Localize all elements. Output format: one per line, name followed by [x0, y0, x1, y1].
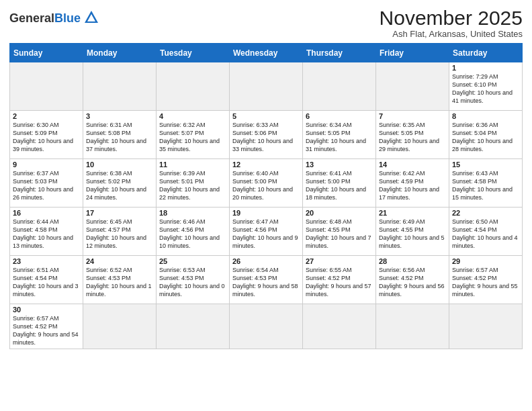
table-row: 9Sunrise: 6:37 AM Sunset: 5:03 PM Daylig… — [10, 159, 83, 208]
table-row: 13Sunrise: 6:41 AM Sunset: 5:00 PM Dayli… — [303, 159, 376, 208]
day-info: Sunrise: 6:54 AM Sunset: 4:53 PM Dayligh… — [232, 266, 300, 299]
day-info: Sunrise: 6:40 AM Sunset: 5:00 PM Dayligh… — [232, 169, 300, 202]
day-number: 18 — [159, 209, 226, 217]
day-number: 25 — [159, 257, 226, 265]
table-row — [83, 304, 157, 349]
table-row — [230, 62, 303, 111]
day-number: 5 — [232, 112, 300, 120]
header-thursday: Thursday — [303, 44, 376, 62]
table-row — [303, 304, 376, 349]
table-row — [83, 62, 157, 111]
day-number: 21 — [379, 209, 446, 217]
table-row: 4Sunrise: 6:32 AM Sunset: 5:07 PM Daylig… — [157, 111, 230, 159]
day-number: 9 — [13, 161, 80, 169]
day-info: Sunrise: 6:34 AM Sunset: 5:05 PM Dayligh… — [306, 121, 373, 154]
day-info: Sunrise: 6:31 AM Sunset: 5:08 PM Dayligh… — [86, 121, 153, 154]
table-row: 5Sunrise: 6:33 AM Sunset: 5:06 PM Daylig… — [230, 111, 303, 159]
calendar-table: Sunday Monday Tuesday Wednesday Thursday… — [9, 43, 523, 349]
day-number: 4 — [159, 112, 226, 120]
table-row: 7Sunrise: 6:35 AM Sunset: 5:05 PM Daylig… — [376, 111, 449, 159]
table-row: 12Sunrise: 6:40 AM Sunset: 5:00 PM Dayli… — [230, 159, 303, 208]
day-info: Sunrise: 7:29 AM Sunset: 6:10 PM Dayligh… — [452, 73, 519, 105]
day-info: Sunrise: 6:46 AM Sunset: 4:56 PM Dayligh… — [159, 218, 226, 250]
calendar-week-row: 23Sunrise: 6:51 AM Sunset: 4:54 PM Dayli… — [10, 256, 523, 304]
table-row — [376, 304, 449, 349]
logo-text: GeneralBlue — [9, 12, 81, 24]
table-row: 25Sunrise: 6:53 AM Sunset: 4:53 PM Dayli… — [157, 256, 230, 304]
table-row — [376, 62, 449, 111]
table-row — [157, 304, 230, 349]
day-number: 6 — [306, 112, 373, 120]
table-row — [10, 62, 83, 111]
table-row: 2Sunrise: 6:30 AM Sunset: 5:09 PM Daylig… — [10, 111, 83, 159]
day-info: Sunrise: 6:50 AM Sunset: 4:54 PM Dayligh… — [452, 218, 519, 250]
day-number: 3 — [86, 112, 153, 120]
title-block: November 2025 Ash Flat, Arkansas, United… — [380, 7, 523, 39]
day-info: Sunrise: 6:45 AM Sunset: 4:57 PM Dayligh… — [86, 218, 153, 250]
logo-general: General — [9, 11, 54, 25]
table-row: 22Sunrise: 6:50 AM Sunset: 4:54 PM Dayli… — [449, 208, 523, 256]
day-number: 26 — [232, 257, 300, 265]
day-info: Sunrise: 6:41 AM Sunset: 5:00 PM Dayligh… — [306, 169, 373, 202]
table-row: 16Sunrise: 6:44 AM Sunset: 4:58 PM Dayli… — [10, 208, 83, 256]
table-row: 28Sunrise: 6:56 AM Sunset: 4:52 PM Dayli… — [376, 256, 449, 304]
day-number: 16 — [13, 209, 80, 217]
day-info: Sunrise: 6:52 AM Sunset: 4:53 PM Dayligh… — [86, 266, 153, 299]
table-row: 20Sunrise: 6:48 AM Sunset: 4:55 PM Dayli… — [303, 208, 376, 256]
table-row: 21Sunrise: 6:49 AM Sunset: 4:55 PM Dayli… — [376, 208, 449, 256]
header-wednesday: Wednesday — [230, 44, 303, 62]
weekday-header-row: Sunday Monday Tuesday Wednesday Thursday… — [10, 44, 523, 62]
table-row: 18Sunrise: 6:46 AM Sunset: 4:56 PM Dayli… — [157, 208, 230, 256]
day-number: 24 — [86, 257, 153, 265]
day-number: 28 — [379, 257, 446, 265]
day-number: 11 — [159, 161, 226, 169]
day-info: Sunrise: 6:57 AM Sunset: 4:52 PM Dayligh… — [13, 314, 80, 347]
day-number: 30 — [13, 306, 80, 314]
table-row: 15Sunrise: 6:43 AM Sunset: 4:58 PM Dayli… — [449, 159, 523, 208]
table-row — [303, 62, 376, 111]
day-number: 8 — [452, 112, 519, 120]
table-row: 11Sunrise: 6:39 AM Sunset: 5:01 PM Dayli… — [157, 159, 230, 208]
header-monday: Monday — [83, 44, 157, 62]
subtitle: Ash Flat, Arkansas, United States — [380, 29, 523, 39]
day-number: 14 — [379, 161, 446, 169]
table-row: 1Sunrise: 7:29 AM Sunset: 6:10 PM Daylig… — [449, 62, 523, 111]
header-saturday: Saturday — [449, 44, 523, 62]
day-info: Sunrise: 6:30 AM Sunset: 5:09 PM Dayligh… — [13, 121, 80, 154]
day-info: Sunrise: 6:49 AM Sunset: 4:55 PM Dayligh… — [379, 218, 446, 250]
day-info: Sunrise: 6:32 AM Sunset: 5:07 PM Dayligh… — [159, 121, 226, 154]
calendar-week-row: 1Sunrise: 7:29 AM Sunset: 6:10 PM Daylig… — [10, 62, 523, 111]
day-info: Sunrise: 6:35 AM Sunset: 5:05 PM Dayligh… — [379, 121, 446, 154]
table-row: 23Sunrise: 6:51 AM Sunset: 4:54 PM Dayli… — [10, 256, 83, 304]
day-info: Sunrise: 6:47 AM Sunset: 4:56 PM Dayligh… — [232, 218, 300, 250]
day-info: Sunrise: 6:51 AM Sunset: 4:54 PM Dayligh… — [13, 266, 80, 299]
calendar-week-row: 2Sunrise: 6:30 AM Sunset: 5:09 PM Daylig… — [10, 111, 523, 159]
day-info: Sunrise: 6:38 AM Sunset: 5:02 PM Dayligh… — [86, 169, 153, 202]
day-number: 29 — [452, 257, 519, 265]
day-number: 15 — [452, 161, 519, 169]
day-number: 7 — [379, 112, 446, 120]
table-row: 3Sunrise: 6:31 AM Sunset: 5:08 PM Daylig… — [83, 111, 157, 159]
logo-icon — [82, 8, 101, 27]
day-number: 22 — [452, 209, 519, 217]
day-info: Sunrise: 6:36 AM Sunset: 5:04 PM Dayligh… — [452, 121, 519, 154]
logo-blue: Blue — [54, 11, 81, 25]
day-number: 10 — [86, 161, 153, 169]
day-number: 2 — [13, 112, 80, 120]
table-row: 24Sunrise: 6:52 AM Sunset: 4:53 PM Dayli… — [83, 256, 157, 304]
day-info: Sunrise: 6:42 AM Sunset: 4:59 PM Dayligh… — [379, 169, 446, 202]
table-row: 30Sunrise: 6:57 AM Sunset: 4:52 PM Dayli… — [10, 304, 83, 349]
day-info: Sunrise: 6:53 AM Sunset: 4:53 PM Dayligh… — [159, 266, 226, 299]
table-row — [157, 62, 230, 111]
table-row: 10Sunrise: 6:38 AM Sunset: 5:02 PM Dayli… — [83, 159, 157, 208]
calendar-week-row: 9Sunrise: 6:37 AM Sunset: 5:03 PM Daylig… — [10, 159, 523, 208]
logo: GeneralBlue — [9, 9, 101, 27]
day-number: 1 — [452, 64, 519, 72]
header-friday: Friday — [376, 44, 449, 62]
day-info: Sunrise: 6:44 AM Sunset: 4:58 PM Dayligh… — [13, 218, 80, 250]
day-info: Sunrise: 6:39 AM Sunset: 5:01 PM Dayligh… — [159, 169, 226, 202]
day-number: 27 — [306, 257, 373, 265]
day-info: Sunrise: 6:43 AM Sunset: 4:58 PM Dayligh… — [452, 169, 519, 202]
table-row — [230, 304, 303, 349]
day-info: Sunrise: 6:37 AM Sunset: 5:03 PM Dayligh… — [13, 169, 80, 202]
